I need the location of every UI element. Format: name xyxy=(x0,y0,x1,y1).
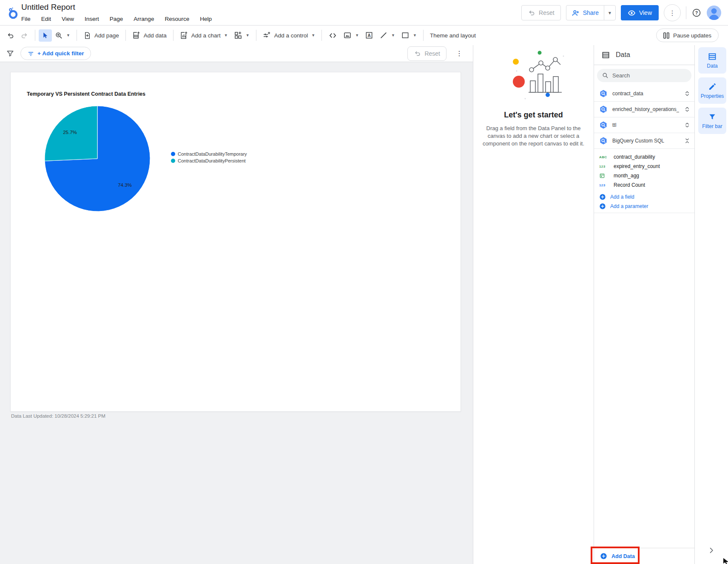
data-panel-search[interactable] xyxy=(597,69,691,82)
select-cursor-tool[interactable] xyxy=(39,29,52,42)
legend-dot-persistent xyxy=(171,159,175,163)
tab-filter-bar[interactable]: Filter bar xyxy=(698,108,726,134)
collapse-panel-chevron[interactable] xyxy=(707,546,716,555)
header-divider xyxy=(686,6,686,19)
share-dropdown-button[interactable]: ▼ xyxy=(604,6,615,20)
chevron-down-icon: ▼ xyxy=(311,33,315,37)
tab-properties[interactable]: Properties xyxy=(698,77,726,104)
insert-line-button[interactable]: ▼ xyxy=(376,28,398,42)
menu-edit[interactable]: Edit xyxy=(40,15,52,23)
unfold-more-icon[interactable] xyxy=(684,122,691,128)
menu-arrange[interactable]: Arrange xyxy=(133,15,155,23)
bigquery-icon xyxy=(599,121,608,129)
pencil-icon xyxy=(708,83,717,91)
community-viz-icon xyxy=(234,31,242,40)
plus-circle-icon xyxy=(599,194,606,200)
menu-insert[interactable]: Insert xyxy=(84,15,100,23)
add-chart-icon xyxy=(180,31,188,40)
data-panel-header: Data xyxy=(594,45,694,65)
data-source-row[interactable]: ttl xyxy=(594,117,695,133)
report-page[interactable]: Temporary VS Persistent Contract Data En… xyxy=(10,72,461,412)
search-input[interactable] xyxy=(612,72,680,79)
chevron-down-icon: ▼ xyxy=(608,11,612,15)
getting-started-description: Drag a field from the Data Panel to the … xyxy=(481,125,586,148)
unfold-more-icon[interactable] xyxy=(684,90,691,97)
field-row[interactable]: month_agg xyxy=(594,171,695,180)
field-row[interactable]: 123 expired_entry_count xyxy=(594,162,695,171)
filter-lines-icon xyxy=(28,50,34,57)
menu-help[interactable]: Help xyxy=(199,15,213,23)
add-quick-filter-button[interactable]: + Add quick filter xyxy=(20,47,91,60)
shape-rectangle-icon xyxy=(401,31,410,40)
metric-type-icon: 123 xyxy=(599,183,609,187)
app-header: Untitled Report File Edit View Insert Pa… xyxy=(0,0,728,26)
pause-icon xyxy=(663,32,669,39)
user-avatar[interactable] xyxy=(707,6,721,20)
menu-resource[interactable]: Resource xyxy=(164,15,190,23)
legend-item[interactable]: ContractDataDurabilityTemporary xyxy=(171,151,247,157)
menu-view[interactable]: View xyxy=(61,15,75,23)
add-data-button-bottom[interactable]: Add Data xyxy=(594,548,695,564)
redo-button[interactable] xyxy=(17,29,31,42)
eye-icon xyxy=(628,9,636,17)
add-a-chart-button[interactable]: Add a chart ▼ xyxy=(177,28,231,42)
pause-updates-button[interactable]: Pause updates xyxy=(656,28,719,42)
unfold-less-icon[interactable] xyxy=(684,137,691,144)
number-type-icon: 123 xyxy=(599,165,609,168)
add-data-button[interactable]: Add data xyxy=(129,28,170,42)
toolbar: ▼ Add page Add data Add a chart ▼ xyxy=(0,26,728,45)
data-source-row-expanded[interactable]: BigQuery Custom SQL xyxy=(594,133,695,149)
menu-file[interactable]: File xyxy=(20,15,31,23)
chart-title: Temporary VS Persistent Contract Data En… xyxy=(27,91,145,97)
community-visualizations-button[interactable]: ▼ xyxy=(231,28,253,42)
pie-chart[interactable]: 74.3%25.7% xyxy=(42,103,153,214)
share-button-group: Share ▼ xyxy=(566,5,616,20)
add-a-control-button[interactable]: Add a control ▼ xyxy=(260,28,318,42)
data-source-row[interactable]: contract_data xyxy=(594,86,695,102)
line-icon xyxy=(379,31,388,40)
looker-studio-logo-icon[interactable] xyxy=(7,7,20,20)
share-button[interactable]: Share xyxy=(566,6,604,20)
undo-button[interactable] xyxy=(3,29,17,42)
canvas-region: + Add quick filter Reset ⋮ Temporary VS … xyxy=(0,45,473,564)
field-row[interactable]: 123 Record Count xyxy=(594,180,695,190)
getting-started-title: Let's get started xyxy=(473,111,594,120)
image-icon xyxy=(343,31,352,40)
plus-circle-icon xyxy=(599,203,606,210)
legend-item[interactable]: ContractDataDurabilityPersistent xyxy=(171,158,247,163)
quick-filter-bar: + Add quick filter Reset ⋮ xyxy=(0,45,473,62)
pie-chart-svg: 74.3%25.7% xyxy=(42,103,153,214)
theme-and-layout-button[interactable]: Theme and layout xyxy=(427,30,479,41)
insert-image-button[interactable]: ▼ xyxy=(340,28,362,42)
data-source-row[interactable]: enriched_history_operations_sorob... xyxy=(594,102,695,117)
svg-text:?: ? xyxy=(695,10,698,15)
report-title[interactable]: Untitled Report xyxy=(21,3,75,12)
menu-page[interactable]: Page xyxy=(109,15,124,23)
person-add-icon xyxy=(572,9,580,17)
filter-reset-button[interactable]: Reset xyxy=(407,46,446,61)
unfold-more-icon[interactable] xyxy=(684,106,691,113)
add-page-icon xyxy=(83,31,91,40)
chart-doodle-illustration xyxy=(500,48,568,103)
add-page-button[interactable]: Add page xyxy=(80,29,122,42)
add-a-field-button[interactable]: Add a field xyxy=(594,192,695,202)
chevron-down-icon: ▼ xyxy=(355,33,359,37)
add-control-icon xyxy=(263,31,271,40)
getting-started-panel: Let's get started Drag a field from the … xyxy=(473,45,594,564)
add-a-parameter-button[interactable]: Add a parameter xyxy=(594,202,695,211)
insert-text-button[interactable]: A xyxy=(362,28,376,42)
chevron-down-icon: ▼ xyxy=(66,33,70,37)
help-button[interactable]: ? xyxy=(691,8,702,18)
header-reset-button[interactable]: Reset xyxy=(521,5,561,20)
zoom-tool[interactable]: ▼ xyxy=(52,29,73,42)
header-more-options-button[interactable]: ⋮ xyxy=(664,4,681,21)
text-box-icon: A xyxy=(365,31,373,40)
embed-url-button[interactable] xyxy=(325,28,340,43)
view-button[interactable]: View xyxy=(621,5,659,20)
tab-data[interactable]: Data xyxy=(698,47,726,74)
table-rows-icon xyxy=(708,52,717,61)
bigquery-icon xyxy=(599,105,608,114)
insert-shape-button[interactable]: ▼ xyxy=(398,28,420,42)
field-row[interactable]: ABC contract_durability xyxy=(594,152,695,162)
filter-bar-more-options-button[interactable]: ⋮ xyxy=(453,48,465,59)
